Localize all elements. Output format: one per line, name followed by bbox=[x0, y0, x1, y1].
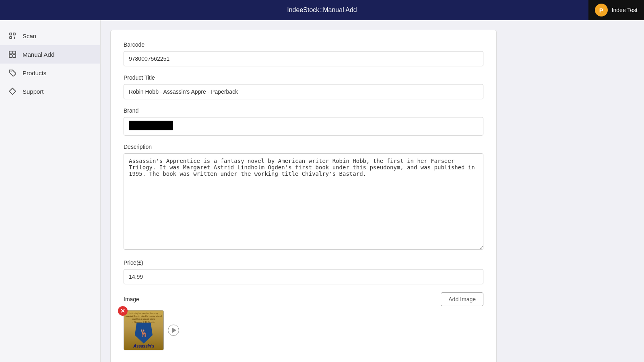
product-title-label: Product Title bbox=[124, 74, 483, 81]
avatar: P bbox=[595, 4, 608, 16]
image-label: Image bbox=[124, 296, 139, 302]
content-area: Barcode Product Title Brand Description … bbox=[101, 20, 644, 362]
sidebar-scan-label: Scan bbox=[23, 33, 36, 39]
main-layout: Scan Manual Add Products bbox=[0, 20, 644, 362]
product-title-input[interactable] bbox=[124, 84, 483, 99]
grid-icon bbox=[8, 50, 17, 59]
brand-label: Brand bbox=[124, 107, 483, 114]
image-section-header: Image Add Image bbox=[124, 292, 483, 306]
book-cover-title: Assassin's bbox=[133, 343, 154, 348]
sidebar-item-products[interactable]: Products bbox=[0, 64, 100, 82]
svg-rect-0 bbox=[10, 33, 12, 35]
svg-rect-6 bbox=[9, 51, 12, 54]
sidebar: Scan Manual Add Products bbox=[0, 20, 101, 362]
brand-group: Brand bbox=[124, 107, 483, 136]
brand-input-wrapper bbox=[124, 117, 483, 136]
image-thumbnail: In today's crowded fantasy market Robin … bbox=[124, 310, 164, 350]
brand-black-block bbox=[129, 121, 173, 130]
remove-image-button[interactable]: ✕ bbox=[118, 306, 128, 316]
barcode-group: Barcode bbox=[124, 41, 483, 66]
sidebar-manual-add-label: Manual Add bbox=[23, 51, 54, 58]
sidebar-item-manual-add[interactable]: Manual Add bbox=[0, 45, 100, 64]
svg-rect-2 bbox=[10, 37, 12, 39]
add-image-button[interactable]: Add Image bbox=[441, 292, 483, 306]
sidebar-support-label: Support bbox=[23, 88, 44, 95]
book-cover-toptext: In today's crowded fantasy market Robin … bbox=[126, 312, 162, 324]
diamond-icon bbox=[8, 87, 17, 96]
svg-rect-8 bbox=[9, 55, 12, 58]
user-menu[interactable]: P Indee Test bbox=[588, 0, 644, 20]
image-group: Image Add Image In today's crowded fanta… bbox=[124, 292, 483, 350]
sidebar-item-support[interactable]: Support bbox=[0, 82, 100, 101]
description-group: Description Assassin's Apprentice is a f… bbox=[124, 144, 483, 251]
description-input[interactable]: Assassin's Apprentice is a fantasy novel… bbox=[124, 153, 483, 250]
svg-rect-9 bbox=[13, 55, 16, 58]
play-triangle-icon bbox=[172, 327, 176, 333]
barcode-label: Barcode bbox=[124, 41, 483, 48]
svg-rect-1 bbox=[13, 33, 15, 35]
product-title-group: Product Title bbox=[124, 74, 483, 99]
barcode-input[interactable] bbox=[124, 51, 483, 66]
app-title: IndeeStock::Manual Add bbox=[287, 6, 357, 14]
app-header: IndeeStock::Manual Add P Indee Test bbox=[0, 0, 644, 20]
sidebar-item-scan[interactable]: Scan bbox=[0, 27, 100, 45]
tag-icon bbox=[8, 68, 17, 77]
scan-icon bbox=[8, 31, 17, 40]
svg-rect-7 bbox=[13, 51, 16, 54]
play-button[interactable] bbox=[168, 325, 179, 336]
book-cover-art: In today's crowded fantasy market Robin … bbox=[124, 311, 163, 350]
description-label: Description bbox=[124, 144, 483, 150]
sidebar-products-label: Products bbox=[23, 70, 46, 76]
form-card: Barcode Product Title Brand Description … bbox=[110, 30, 497, 362]
price-input[interactable] bbox=[124, 269, 483, 284]
price-label: Price(£) bbox=[124, 259, 483, 266]
shield-shape: 🦌 bbox=[135, 323, 153, 343]
stag-icon: 🦌 bbox=[140, 328, 147, 338]
price-group: Price(£) bbox=[124, 259, 483, 284]
image-row: In today's crowded fantasy market Robin … bbox=[124, 310, 483, 350]
user-name: Indee Test bbox=[612, 7, 638, 13]
svg-point-10 bbox=[11, 71, 12, 72]
